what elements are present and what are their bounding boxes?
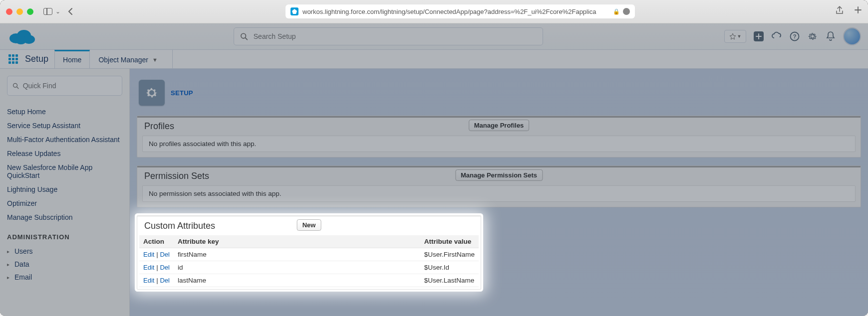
setup-sidebar: Setup Home Service Setup Assistant Multi… — [0, 69, 130, 316]
table-row: Edit | Del firstName $User.FirstName — [139, 248, 479, 261]
panel-body-text: No permission sets associated with this … — [142, 185, 856, 202]
chevron-down-icon[interactable]: ⌄ — [55, 8, 60, 15]
new-attribute-button[interactable]: New — [297, 219, 321, 231]
gear-icon[interactable] — [807, 31, 818, 42]
attribute-key-cell: lastName — [174, 274, 420, 287]
table-row: Edit | Del id $User.Id — [139, 261, 479, 274]
col-action: Action — [139, 235, 174, 248]
quick-find[interactable] — [7, 76, 122, 96]
sidebar-link-release-updates[interactable]: Release Updates — [7, 147, 122, 160]
manage-permission-sets-button[interactable]: Manage Permission Sets — [455, 169, 543, 181]
nav-tab-object-manager[interactable]: Object Manager▼ — [90, 50, 166, 68]
favorites-button[interactable]: ▼ — [724, 30, 746, 43]
manage-profiles-button[interactable]: Manage Profiles — [469, 120, 530, 131]
salesforce-logo[interactable] — [7, 26, 37, 46]
sidebar-tree-email[interactable]: ▸Email — [7, 271, 122, 284]
table-row: Edit | Del lastName $User.LastName — [139, 274, 479, 287]
search-icon — [240, 32, 248, 40]
custom-attributes-table: Action Attribute key Attribute value Edi… — [139, 235, 479, 287]
svg-point-3 — [15, 36, 26, 44]
edit-link[interactable]: Edit — [143, 277, 154, 284]
lock-icon: 🔒 — [613, 8, 620, 15]
window-controls — [6, 8, 33, 15]
sidebar-link-service-setup[interactable]: Service Setup Assistant — [7, 119, 122, 133]
notifications-icon[interactable] — [825, 31, 836, 42]
svg-text:?: ? — [793, 33, 797, 39]
sidebar-link-mfa-assistant[interactable]: Multi-Factor Authentication Assistant — [7, 133, 122, 147]
panel-permission-sets: Permission Sets Manage Permission Sets N… — [137, 165, 861, 207]
delete-link[interactable]: Del — [160, 251, 170, 258]
edit-link[interactable]: Edit — [143, 251, 154, 258]
gear-icon — [139, 80, 165, 106]
waffle-icon — [8, 54, 18, 64]
chevron-right-icon: ▸ — [7, 249, 9, 254]
attribute-key-cell: firstName — [174, 248, 420, 261]
address-bar[interactable]: workos.lightning.force.com/lightning/set… — [286, 4, 635, 18]
panel-custom-attributes: Custom Attributes New Action Attribute k… — [137, 215, 481, 290]
help-icon[interactable]: ? — [789, 31, 800, 42]
user-avatar[interactable] — [843, 27, 861, 45]
global-header: ▼ ? — [0, 23, 868, 50]
global-search[interactable] — [234, 27, 543, 45]
salesforce-help-cloud-icon[interactable] — [771, 31, 782, 42]
sidebar-link-setup-home[interactable]: Setup Home — [7, 105, 122, 119]
browser-toolbar: ⌄ workos.lightning.force.com/lightning/s… — [0, 0, 868, 23]
url-text: workos.lightning.force.com/lightning/set… — [302, 8, 609, 15]
panel-body-text: No profiles associated with this app. — [142, 136, 856, 152]
share-icon[interactable] — [835, 6, 844, 17]
sidebar-link-manage-subscription[interactable]: Manage Subscription — [7, 210, 122, 224]
col-attribute-key: Attribute key — [174, 235, 420, 248]
svg-line-5 — [245, 38, 247, 40]
nav-tab-home[interactable]: Home — [54, 50, 90, 68]
global-search-input[interactable] — [254, 32, 537, 40]
search-icon — [12, 82, 19, 89]
sidebar-link-mobile-quickstart[interactable]: New Salesforce Mobile App QuickStart — [7, 160, 122, 182]
sidebar-tree-users[interactable]: ▸Users — [7, 245, 122, 258]
quick-find-input[interactable] — [23, 82, 117, 90]
minimize-window-button[interactable] — [16, 8, 23, 15]
nav-bar: Setup Home Object Manager▼ — [0, 50, 868, 69]
close-window-button[interactable] — [6, 8, 12, 15]
app-name: Setup — [23, 50, 54, 68]
sidebar-heading-admin: ADMINISTRATION — [7, 233, 122, 241]
chevron-down-icon: ▼ — [737, 34, 742, 39]
chevron-right-icon: ▸ — [7, 275, 9, 280]
fullscreen-window-button[interactable] — [27, 8, 33, 15]
edit-link[interactable]: Edit — [143, 264, 154, 271]
reader-icon[interactable] — [623, 8, 630, 15]
panel-title: Custom Attributes — [144, 221, 215, 231]
sidebar-tree-data[interactable]: ▸Data — [7, 258, 122, 271]
sidebar-link-lightning-usage[interactable]: Lightning Usage — [7, 182, 122, 196]
new-tab-button[interactable] — [854, 6, 862, 17]
app-launcher-button[interactable] — [3, 50, 23, 68]
attribute-value-cell: $User.LastName — [420, 274, 479, 287]
site-favicon-icon — [290, 7, 298, 15]
svg-line-10 — [17, 87, 18, 88]
attribute-key-cell: id — [174, 261, 420, 274]
page-eyebrow: SETUP — [171, 89, 193, 97]
delete-link[interactable]: Del — [160, 277, 170, 284]
content-area: SETUP Profiles Manage Profiles No profil… — [130, 69, 868, 316]
delete-link[interactable]: Del — [160, 264, 170, 271]
sidebar-toggle-icon[interactable] — [43, 8, 52, 15]
panel-profiles: Profiles Manage Profiles No profiles ass… — [137, 116, 861, 158]
sidebar-link-optimizer[interactable]: Optimizer — [7, 196, 122, 210]
global-create-button[interactable] — [753, 31, 764, 42]
back-button[interactable] — [65, 6, 75, 16]
page-header: SETUP — [137, 76, 861, 116]
attribute-value-cell: $User.Id — [420, 261, 479, 274]
panel-title: Permission Sets — [144, 171, 209, 181]
star-icon — [729, 33, 736, 40]
panel-title: Profiles — [144, 121, 174, 132]
col-attribute-value: Attribute value — [420, 235, 479, 248]
attribute-value-cell: $User.FirstName — [420, 248, 479, 261]
chevron-right-icon: ▸ — [7, 262, 9, 267]
chevron-down-icon[interactable]: ▼ — [152, 57, 158, 63]
